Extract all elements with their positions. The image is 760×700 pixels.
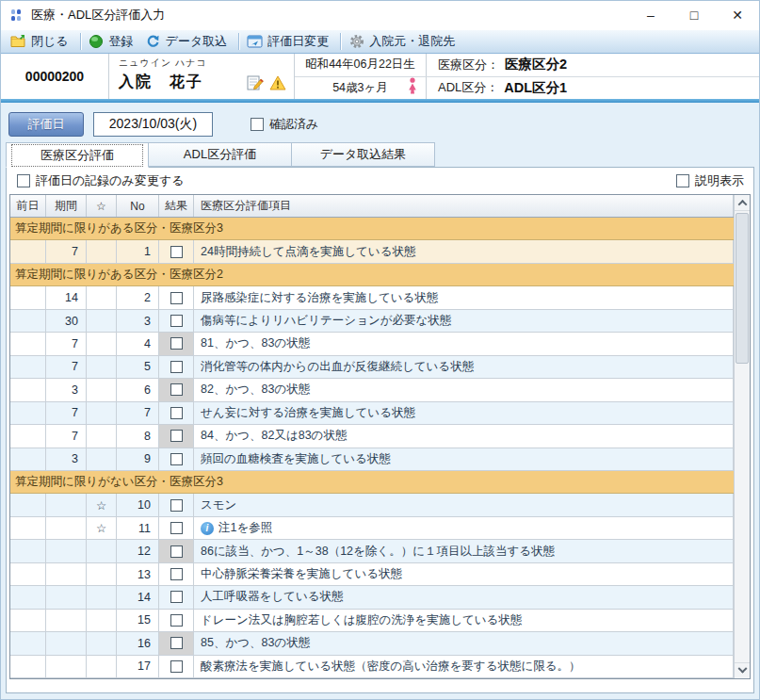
result-checkbox[interactable]: [170, 568, 183, 580]
column-header-2[interactable]: ☆: [87, 195, 117, 217]
item-text: 中心静脈栄養栄養を実施している状態: [201, 566, 402, 582]
eval-date-button[interactable]: 評価日: [8, 112, 84, 137]
result-checkbox[interactable]: [170, 315, 183, 327]
item-row[interactable]: 17酸素療法を実施している状態（密度の高い治療を要する状態に限る。）: [10, 656, 734, 678]
item-row[interactable]: ☆11i注1を参照: [10, 517, 734, 540]
item-row[interactable]: ☆10スモン: [10, 494, 734, 516]
eval-date-field[interactable]: 2023/10/03(火): [93, 112, 213, 137]
item-row[interactable]: 7481、かつ、83の状態: [10, 333, 734, 355]
item-row[interactable]: 75消化管等の体内からの出血が反復継続している状態: [10, 356, 734, 379]
item-row[interactable]: 13中心静脈栄養栄養を実施している状態: [10, 563, 734, 586]
period-cell: 30: [46, 310, 87, 332]
change-eval-date-button[interactable]: 評価日変更: [243, 31, 336, 52]
info-icon[interactable]: i: [201, 522, 214, 535]
item-text-cell: スモン: [194, 494, 734, 515]
result-checkbox[interactable]: [170, 292, 183, 304]
period-cell: [46, 632, 87, 654]
no-cell: 13: [117, 563, 159, 585]
close-button[interactable]: ✕: [716, 1, 759, 29]
result-checkbox[interactable]: [170, 337, 183, 350]
result-cell: [159, 333, 194, 354]
star-cell: [87, 310, 117, 332]
item-row[interactable]: 7124時間持続して点滴を実施している状態: [10, 240, 734, 263]
prev-day-cell: [10, 494, 46, 515]
item-text-cell: 尿路感染症に対する治療を実施している状態: [194, 286, 734, 308]
tab-adl-division[interactable]: ADL区分評価: [149, 142, 292, 167]
column-header-0[interactable]: 前日: [10, 195, 46, 217]
show-description-checkbox[interactable]: [676, 174, 689, 187]
patient-age-block: 54歳3ヶ月: [295, 77, 427, 100]
no-cell: 11: [117, 517, 159, 539]
admission-source-button[interactable]: 入院元・退院先: [345, 31, 462, 52]
close-screen-button[interactable]: 閉じる: [7, 31, 76, 52]
minimize-button[interactable]: –: [629, 1, 672, 29]
vertical-scrollbar[interactable]: [734, 195, 750, 678]
result-checkbox[interactable]: [170, 383, 183, 396]
close-screen-label: 閉じる: [31, 33, 69, 50]
period-cell: 14: [46, 286, 87, 308]
item-text: 86に該当、かつ、1～38（12を除く。）に１項目以上該当する状態: [201, 544, 555, 560]
column-header-1[interactable]: 期間: [46, 195, 87, 217]
tab-medical-division[interactable]: 医療区分評価: [6, 142, 149, 168]
scroll-down-arrow[interactable]: [735, 662, 750, 678]
no-cell: 10: [117, 494, 159, 515]
prev-day-cell: [10, 610, 46, 631]
item-row[interactable]: 1685、かつ、83の状態: [10, 632, 734, 655]
item-row[interactable]: 142尿路感染症に対する治療を実施している状態: [10, 286, 734, 309]
result-cell: [159, 402, 194, 424]
confirmed-checkbox[interactable]: [251, 118, 264, 131]
item-row[interactable]: 7884、かつ、82又は83の状態: [10, 425, 734, 448]
app-icon: [8, 8, 24, 23]
result-checkbox[interactable]: [170, 361, 183, 373]
data-import-button[interactable]: データ取込: [141, 31, 235, 52]
change-record-only-label[interactable]: 評価日の記録のみ変更する: [36, 172, 185, 189]
scrollbar-thumb[interactable]: [736, 213, 749, 364]
no-cell: 5: [117, 356, 159, 378]
result-cell: [159, 286, 194, 308]
item-row[interactable]: 1286に該当、かつ、1～38（12を除く。）に１項目以上該当する状態: [10, 540, 734, 562]
column-header-3[interactable]: No: [117, 195, 159, 217]
column-header-5[interactable]: 医療区分評価項目: [194, 195, 734, 217]
result-checkbox[interactable]: [170, 637, 183, 649]
item-row[interactable]: 3682、かつ、83の状態: [10, 379, 734, 401]
item-row[interactable]: 14人工呼吸器をしている状態: [10, 586, 734, 609]
result-checkbox[interactable]: [170, 246, 183, 258]
window-calendar-icon: [247, 34, 263, 49]
period-cell: [46, 563, 87, 585]
star-cell: [87, 356, 117, 378]
result-checkbox[interactable]: [170, 545, 183, 558]
result-checkbox[interactable]: [170, 614, 183, 627]
confirmed-label[interactable]: 確認済み: [269, 116, 318, 133]
column-header-4[interactable]: 結果: [159, 195, 194, 217]
refresh-arrow-icon: [145, 34, 161, 49]
period-cell: 7: [46, 425, 87, 447]
result-cell: [159, 310, 194, 332]
result-checkbox[interactable]: [170, 407, 183, 419]
scroll-up-arrow[interactable]: [735, 195, 750, 211]
result-cell: [159, 540, 194, 562]
maximize-button[interactable]: □: [672, 1, 716, 29]
item-row[interactable]: 77せん妄に対する治療を実施している状態: [10, 402, 734, 425]
item-text: 傷病等によりリハビリテーションが必要な状態: [201, 313, 451, 329]
item-row[interactable]: 303傷病等によりリハビリテーションが必要な状態: [10, 310, 734, 333]
result-checkbox[interactable]: [170, 660, 183, 673]
result-checkbox[interactable]: [170, 453, 183, 465]
item-row[interactable]: 15ドレーン法又は胸腔若しくは腹腔の洗浄を実施している状態: [10, 610, 734, 632]
star-cell: [87, 448, 117, 470]
change-record-only-checkbox[interactable]: [17, 174, 30, 187]
memo-edit-icon[interactable]: [247, 75, 264, 94]
item-text-cell: 85、かつ、83の状態: [194, 632, 734, 654]
result-checkbox[interactable]: [170, 499, 183, 512]
show-description-label[interactable]: 説明表示: [695, 172, 744, 189]
item-row[interactable]: 39頻回の血糖検査を実施している状態: [10, 448, 734, 471]
tab-data-import-result[interactable]: データ取込結果: [292, 142, 435, 167]
result-checkbox[interactable]: [170, 591, 183, 603]
result-checkbox[interactable]: [170, 522, 183, 534]
patient-birthdate: 昭和44年06月22日生: [295, 54, 427, 76]
result-checkbox[interactable]: [170, 430, 183, 442]
result-cell: [159, 632, 194, 654]
result-cell: [159, 379, 194, 400]
item-text: 尿路感染症に対する治療を実施している状態: [201, 290, 438, 306]
register-button[interactable]: 登録: [85, 31, 141, 52]
prev-day-cell: [10, 402, 46, 424]
